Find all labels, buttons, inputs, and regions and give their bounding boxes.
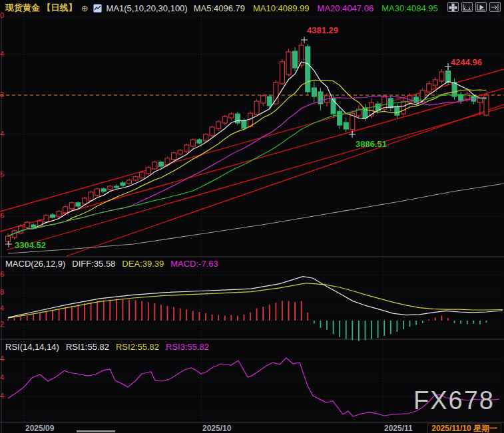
ma-value-2: MA20:4047.06 bbox=[318, 3, 374, 13]
ma-value-0: MA5:4096.79 bbox=[194, 3, 245, 13]
chart-window: 现货黄金 【日线】 ⊕ MA1(5,10,20,30,100) MA5:4096… bbox=[0, 0, 504, 433]
macd-axis-partial-tick: 4 bbox=[0, 305, 4, 311]
price-annotation-3304.52: 3304.52 bbox=[15, 240, 46, 250]
fx678-watermark: FX678 bbox=[413, 386, 495, 415]
price-annotation-4381.29: 4381.29 bbox=[307, 25, 338, 35]
line-chart-icon[interactable] bbox=[93, 4, 102, 13]
current-date-label: 2025/11/10 星期一 bbox=[427, 423, 501, 433]
pan-icon[interactable] bbox=[447, 2, 459, 12]
rsi-axis-partial-tick: 4 bbox=[0, 355, 4, 362]
x-axis-label-2025/11: 2025/11 bbox=[384, 424, 413, 433]
rsi2-value: RSI2:55.82 bbox=[116, 342, 159, 352]
price-annotation-4244.96: 4244.96 bbox=[451, 57, 482, 67]
horizontal-scrollbar-thumb[interactable] bbox=[77, 430, 115, 432]
macd-header: MACD(26,12,9) DIFF:35.58 DEA:39.39 MACD:… bbox=[5, 259, 218, 269]
collapse-right-icon[interactable] bbox=[489, 2, 501, 12]
rsi1-value: RSI1:55.82 bbox=[66, 342, 109, 352]
main-axis-partial-tick: 6 bbox=[0, 212, 4, 219]
macd-macd-value: MACD:-7.63 bbox=[170, 259, 218, 269]
ma-value-3: MA30:4084.95 bbox=[381, 3, 438, 13]
chart-toolbar bbox=[447, 2, 501, 12]
main-chart-canvas[interactable] bbox=[0, 0, 504, 433]
price-annotation-3886.51: 3886.51 bbox=[356, 139, 387, 149]
main-axis-partial-tick: 4 bbox=[0, 51, 4, 57]
ma-settings-label: MA1(5,10,20,30,100) bbox=[107, 3, 188, 13]
rsi-name: RSI(14,14,14) bbox=[5, 342, 59, 352]
main-axis-partial-tick: 5 bbox=[0, 171, 4, 178]
axis-range-icon[interactable] bbox=[461, 2, 473, 12]
macd-name: MACD(26,12,9) bbox=[5, 259, 65, 269]
rsi-axis-partial-tick: 4 bbox=[0, 374, 4, 380]
symbol-title: 现货黄金 【日线】 bbox=[5, 2, 77, 14]
x-axis-label-2025/10: 2025/10 bbox=[202, 424, 231, 433]
main-axis-partial-tick: 4 bbox=[0, 130, 4, 137]
macd-axis-partial-tick: 6 bbox=[0, 271, 4, 277]
rsi-header: RSI(14,14,14) RSI1:55.82 RSI2:55.82 RSI3… bbox=[5, 342, 209, 352]
top-legend-bar: 现货黄金 【日线】 ⊕ MA1(5,10,20,30,100) MA5:4096… bbox=[0, 0, 504, 16]
playback-icon[interactable] bbox=[475, 2, 487, 12]
macd-dea-value: DEA:39.39 bbox=[122, 259, 164, 269]
expand-plus-icon[interactable]: ⊕ bbox=[81, 3, 89, 13]
ma-values: MA5:4096.79MA10:4089.99MA20:4047.06MA30:… bbox=[194, 3, 438, 13]
macd-diff-value: DIFF:35.58 bbox=[72, 259, 115, 269]
main-axis-partial-tick: 3 bbox=[0, 91, 4, 98]
macd-axis-partial-tick: 2 bbox=[0, 321, 4, 327]
rsi3-value: RSI3:55.82 bbox=[166, 342, 209, 352]
rsi-axis-partial-tick: 4 bbox=[0, 392, 4, 399]
ma-value-1: MA10:4089.99 bbox=[253, 3, 310, 13]
x-axis-label-2025/09: 2025/09 bbox=[25, 424, 54, 433]
macd-axis-partial-tick: 8 bbox=[0, 289, 4, 295]
